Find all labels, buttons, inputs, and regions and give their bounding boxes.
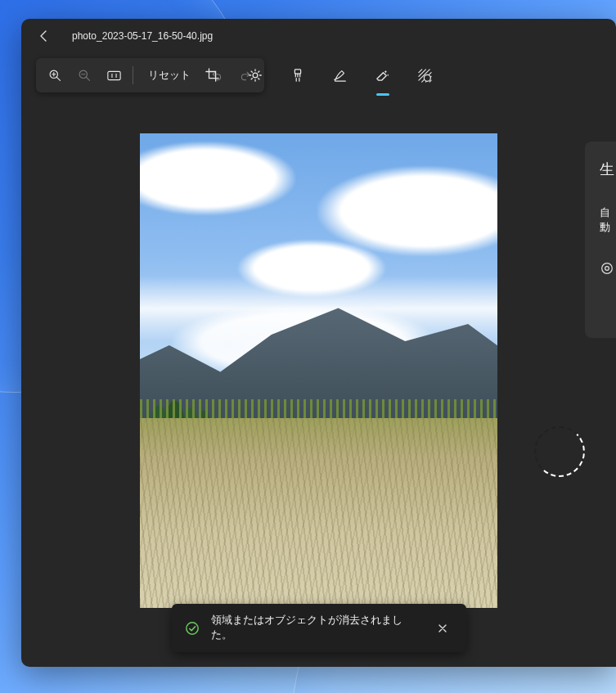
brightness-icon — [248, 68, 263, 83]
eraser-ai-icon — [375, 68, 390, 83]
svg-rect-4 — [295, 70, 300, 74]
fit-screen-icon — [107, 70, 121, 81]
toast-close-button[interactable] — [432, 618, 453, 639]
erase-side-panel: 生 自動 — [585, 142, 616, 338]
pen-icon — [333, 68, 348, 83]
fit-screen-button[interactable] — [100, 61, 128, 89]
close-icon — [438, 623, 447, 633]
toolbar: リセット — [21, 53, 616, 97]
svg-point-6 — [602, 263, 613, 274]
filter-tab[interactable] — [284, 61, 312, 89]
svg-point-5 — [424, 74, 430, 81]
panel-heading: 生 — [600, 160, 616, 179]
photo-editor-window: photo_2023-05-17_16-50-40.jpg リセット — [21, 19, 616, 667]
separator — [133, 66, 133, 84]
crop-icon — [205, 68, 220, 83]
erase-tab[interactable] — [369, 61, 397, 89]
titlebar: photo_2023-05-17_16-50-40.jpg — [21, 19, 616, 53]
svg-point-7 — [605, 267, 609, 271]
back-arrow-icon — [38, 29, 51, 43]
adjust-tab[interactable] — [241, 61, 269, 89]
zoom-out-icon — [78, 69, 92, 83]
canvas-area[interactable] — [21, 97, 616, 667]
success-icon — [185, 621, 200, 636]
crop-tab[interactable] — [199, 61, 227, 89]
zoom-in-icon — [48, 69, 62, 83]
filter-icon — [290, 68, 305, 83]
background-remove-icon — [417, 68, 433, 83]
brush-cursor — [534, 426, 585, 477]
background-tab[interactable] — [411, 61, 439, 89]
zoom-in-button[interactable] — [41, 61, 69, 89]
back-button[interactable] — [33, 25, 56, 47]
file-name: photo_2023-05-17_16-50-40.jpg — [72, 30, 213, 42]
toast-notification: 領域またはオブジェクトが消去されました。 — [172, 604, 466, 652]
svg-rect-2 — [107, 71, 119, 79]
edit-mode-tabs — [199, 61, 439, 89]
reset-button[interactable]: リセット — [138, 61, 200, 89]
target-icon — [600, 261, 614, 276]
panel-subtext: 自動 — [600, 205, 616, 235]
svg-point-8 — [186, 622, 197, 633]
photo-canvas[interactable] — [140, 133, 497, 608]
toast-message: 領域またはオブジェクトが消去されました。 — [211, 614, 420, 642]
markup-tab[interactable] — [326, 61, 354, 89]
zoom-out-button[interactable] — [70, 61, 98, 89]
svg-point-3 — [253, 73, 258, 78]
